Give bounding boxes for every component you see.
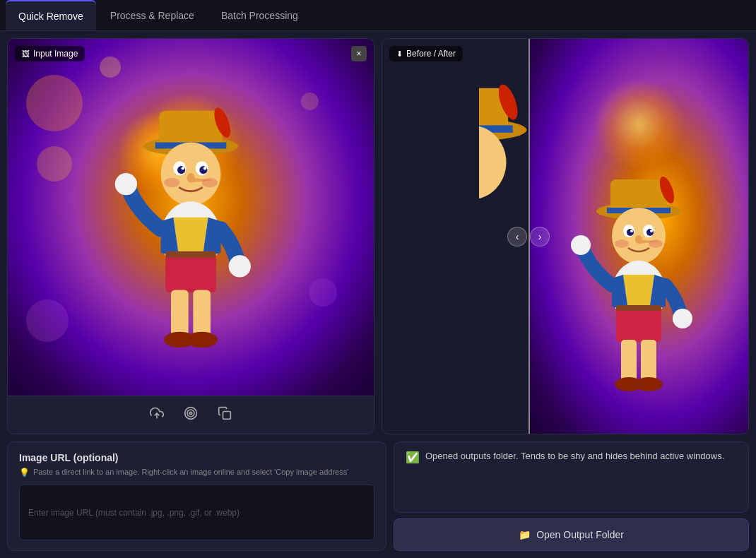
character-figure — [106, 99, 276, 367]
svg-point-12 — [164, 178, 179, 187]
svg-point-21 — [115, 173, 137, 195]
svg-point-22 — [229, 255, 251, 277]
main-content: 🖼 Input Image × — [0, 31, 756, 558]
svg-point-29 — [187, 410, 194, 417]
folder-icon: 📁 — [519, 529, 531, 540]
bottom-right: ✅ Opened outputs folder. Tends to be shy… — [394, 441, 749, 551]
svg-rect-57 — [616, 305, 661, 311]
svg-rect-31 — [223, 412, 231, 420]
svg-point-13 — [202, 178, 218, 187]
svg-point-8 — [199, 166, 207, 174]
notification-text: Opened outputs folder. Tends to be shy a… — [425, 451, 724, 461]
ba-glow — [593, 78, 685, 170]
download-icon: ⬇ — [396, 49, 403, 59]
ba-character — [568, 165, 709, 412]
bokeh-1 — [26, 75, 83, 131]
svg-point-58 — [571, 235, 591, 255]
svg-rect-56 — [616, 307, 661, 342]
svg-point-9 — [182, 167, 184, 170]
svg-point-10 — [203, 167, 206, 170]
ba-arrow-controls: ‹ › — [507, 227, 550, 247]
bokeh-4 — [301, 93, 319, 110]
svg-point-7 — [177, 166, 185, 174]
svg-point-30 — [189, 412, 191, 414]
ba-dark-side — [382, 39, 528, 434]
tab-bar: Quick Remove Process & Replace Batch Pro… — [0, 0, 756, 31]
bokeh-3 — [100, 57, 121, 78]
before-after-label: ⬇ Before / After — [389, 46, 463, 61]
url-section: Image URL (optional) 💡 Paste a direct li… — [7, 441, 386, 551]
folder-button-label: Open Output Folder — [536, 529, 624, 540]
before-after-container: ‹ › — [382, 39, 748, 434]
svg-rect-19 — [165, 253, 216, 292]
ba-right-arrow[interactable]: › — [530, 227, 550, 247]
input-image-container — [8, 39, 374, 396]
svg-point-44 — [627, 229, 634, 236]
tab-batch-processing[interactable]: Batch Processing — [208, 0, 311, 30]
input-image-panel: 🖼 Input Image × — [7, 38, 374, 434]
ba-left-arrow[interactable]: ‹ — [507, 227, 527, 247]
hint-icon: 💡 — [19, 468, 30, 477]
svg-point-59 — [673, 309, 692, 328]
svg-point-45 — [646, 229, 654, 236]
before-after-panel: ⬇ Before / After — [382, 38, 749, 434]
svg-rect-24 — [193, 290, 211, 337]
ba-split-view: ‹ › — [382, 39, 748, 434]
close-button[interactable]: × — [351, 46, 367, 61]
pinocchio-image — [8, 39, 374, 396]
tab-quick-remove[interactable]: Quick Remove — [6, 0, 96, 30]
bokeh-2 — [37, 146, 72, 182]
svg-point-46 — [630, 230, 633, 232]
svg-point-26 — [186, 332, 218, 348]
input-panel-toolbar — [8, 396, 374, 434]
image-icon: 🖼 — [22, 49, 30, 58]
svg-point-47 — [650, 230, 653, 232]
input-image-label: 🖼 Input Image — [15, 46, 85, 61]
target-icon[interactable] — [179, 403, 202, 427]
bokeh-6 — [309, 278, 337, 307]
url-hint: 💡 Paste a direct link to an image. Right… — [19, 468, 374, 477]
upload-icon[interactable] — [146, 403, 168, 427]
svg-point-63 — [634, 377, 663, 391]
svg-rect-20 — [165, 251, 216, 258]
svg-rect-23 — [171, 290, 189, 337]
ba-image-side — [528, 39, 748, 434]
url-input[interactable] — [19, 485, 374, 540]
svg-rect-60 — [621, 340, 637, 382]
check-icon: ✅ — [406, 451, 420, 464]
bottom-row: Image URL (optional) 💡 Paste a direct li… — [7, 441, 749, 551]
bokeh-5 — [26, 299, 69, 342]
notification-box: ✅ Opened outputs folder. Tends to be shy… — [394, 441, 749, 513]
svg-rect-61 — [641, 340, 656, 382]
svg-point-49 — [615, 239, 629, 248]
panels-row: 🖼 Input Image × — [7, 38, 749, 434]
svg-point-50 — [649, 239, 663, 248]
copy-icon[interactable] — [213, 403, 236, 427]
open-folder-button[interactable]: 📁 Open Output Folder — [394, 518, 749, 551]
tab-process-replace[interactable]: Process & Replace — [98, 0, 207, 30]
url-title: Image URL (optional) — [19, 452, 374, 463]
